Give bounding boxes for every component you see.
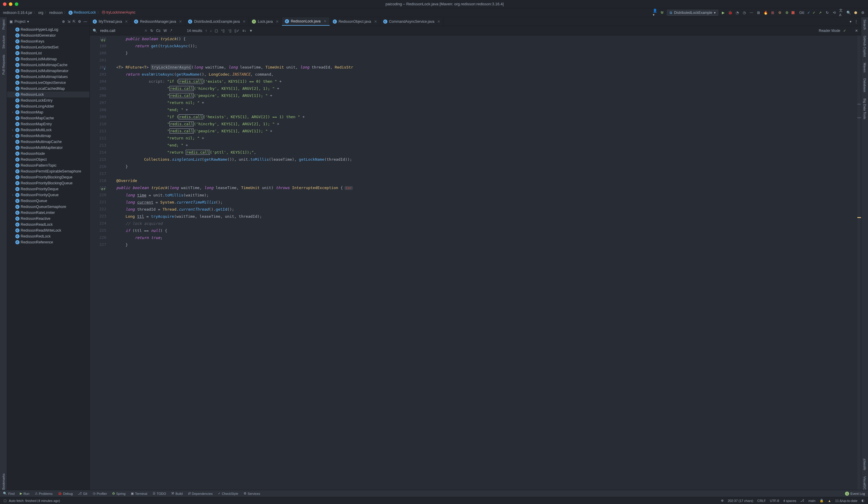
inlay-hint[interactable]: Cor <box>344 186 353 190</box>
editor-tab[interactable]: CCommandAsyncService.java✕ <box>380 17 443 26</box>
tool-profiler[interactable]: ◷Profiler <box>93 492 107 495</box>
close-tab-icon[interactable]: ✕ <box>374 20 377 24</box>
regex-toggle-icon[interactable]: .* <box>170 29 172 33</box>
project-tree[interactable]: CRedissonHyperLogLogCRedissonIdGenerator… <box>7 26 90 490</box>
line-number[interactable]: 226 <box>92 234 106 241</box>
line-number[interactable]: 217 <box>92 170 106 177</box>
tree-item[interactable]: CRedissonMultiMapIterator <box>7 145 90 151</box>
clear-search-icon[interactable]: ✕ <box>144 29 147 33</box>
close-window-button[interactable] <box>3 2 7 6</box>
add-selection-icon[interactable]: ⁺▯ <box>221 29 225 33</box>
line-number[interactable]: 224 <box>92 220 106 227</box>
reader-mode-icon[interactable]: ✓ <box>843 29 846 33</box>
tree-item[interactable]: CRedissonMultimapCache <box>7 139 90 145</box>
rail-copilot[interactable]: GitHub Copilot <box>863 36 867 57</box>
line-number[interactable]: 207 <box>92 99 106 107</box>
tree-item[interactable]: CRedissonPriorityBlockingQueue <box>7 180 90 186</box>
rail-structure[interactable]: Structure <box>2 36 5 49</box>
expand-icon[interactable]: ⇲ <box>67 20 70 24</box>
search-icon[interactable]: 🔍 <box>846 10 851 15</box>
rail-project[interactable]: Project <box>2 20 5 30</box>
find-input[interactable] <box>100 28 142 33</box>
select-all-icon[interactable]: ▢ <box>215 29 218 33</box>
commit-icon[interactable]: ✓ <box>813 11 815 15</box>
breadcrumb-item[interactable]: C RedissonLock <box>69 10 96 15</box>
line-number[interactable]: 209 <box>92 113 106 121</box>
status-icon[interactable]: ▢ <box>3 499 7 503</box>
settings-icon[interactable]: ⚙ <box>78 20 81 24</box>
minimize-window-button[interactable] <box>9 2 12 6</box>
breadcrumb-item[interactable]: ⓜ tryLockInnerAsync <box>102 10 135 15</box>
debug-button[interactable]: 🐞 <box>728 10 733 15</box>
locate-icon[interactable]: ⊕ <box>62 20 65 24</box>
editor-tab[interactable]: CMyThread.java✕ <box>90 17 131 26</box>
line-number[interactable]: 203 <box>92 71 106 78</box>
filter-icon[interactable]: ▼ <box>249 29 253 33</box>
rail-bookmarks[interactable]: Bookmarks <box>2 474 5 490</box>
editor-gutter[interactable]: 198o↓199200201202↓2032042052062072082092… <box>90 36 113 490</box>
line-number[interactable]: 225 <box>92 227 106 234</box>
line-number[interactable]: 212 <box>92 135 106 142</box>
tree-item[interactable]: CRedissonLiveObjectService <box>7 80 90 86</box>
tool-problems[interactable]: ⚠Problems <box>35 492 53 495</box>
line-number[interactable]: 201 <box>92 57 106 64</box>
hammer-icon[interactable]: ⚒ <box>660 10 664 15</box>
tree-item[interactable]: CRedissonLockEntry <box>7 98 90 103</box>
tree-item[interactable]: CRedissonMapEntry <box>7 121 90 127</box>
override-marker[interactable]: o↑ <box>101 185 106 190</box>
tool-services[interactable]: ⚙Services <box>244 492 260 495</box>
more-actions-icon[interactable]: ⋯ <box>749 10 754 15</box>
editor-content[interactable]: public boolean tryLock() { return get(tr… <box>113 36 861 490</box>
tree-item[interactable]: ›CRedissonMap <box>7 109 90 115</box>
next-match-icon[interactable]: ↓ <box>210 29 212 33</box>
tree-item[interactable]: CRedissonKeys <box>7 38 90 44</box>
grid-icon[interactable]: ⊞ <box>770 10 775 15</box>
rail-jclasslib[interactable]: jclasslib <box>863 459 867 470</box>
close-tab-icon[interactable]: ✕ <box>125 20 128 24</box>
line-number[interactable]: 220 <box>92 191 106 199</box>
update-project-icon[interactable]: ✓ <box>807 11 810 15</box>
regex-toggle[interactable]: ↻ <box>150 29 153 33</box>
tree-item[interactable]: CRedissonNode <box>7 151 90 157</box>
tool-checkstyle[interactable]: ✓CheckStyle <box>218 492 238 495</box>
git-branch[interactable]: main <box>808 499 815 503</box>
tool-terminal[interactable]: ▣Terminal <box>131 492 147 495</box>
tree-item[interactable]: CRedissonReadWriteLock <box>7 228 90 233</box>
words-toggle[interactable]: W <box>164 29 167 33</box>
close-tab-icon[interactable]: ✕ <box>243 20 246 24</box>
translate-icon[interactable]: 文A <box>839 10 844 15</box>
override-marker[interactable]: ↓ <box>101 65 106 70</box>
editor-tab[interactable]: CRedissonLock.java✕ <box>282 17 330 26</box>
tool-debug[interactable]: 🐞Debug <box>58 492 73 495</box>
line-number[interactable]: 210 <box>92 121 106 128</box>
pending-updates[interactable]: 11 Δ/up-to-date <box>835 499 857 503</box>
cursor-position[interactable]: 202:37 (17 chars) <box>728 499 753 503</box>
tree-item[interactable]: CRedissonListMultimap <box>7 56 90 62</box>
push-icon[interactable]: ↗ <box>818 10 823 15</box>
tree-item[interactable]: CRedissonListMultimapIterator <box>7 68 90 74</box>
rail-visualgc[interactable]: VisualGC <box>863 476 867 490</box>
tool-find[interactable]: 🔍Find <box>3 492 14 495</box>
filter-list-icon[interactable]: ≡↓ <box>242 29 246 33</box>
tree-item[interactable]: CRedissonReference <box>7 239 90 245</box>
tree-item[interactable]: ›CRedissonPriorityQueue <box>7 192 90 198</box>
settings-icon[interactable]: ⚙ <box>860 10 865 15</box>
hide-icon[interactable]: — <box>84 20 87 24</box>
dropdown-icon[interactable]: ▾ <box>850 20 851 24</box>
line-number[interactable]: 202↓ <box>92 64 106 71</box>
tool-icon[interactable]: ⚙ <box>777 10 782 15</box>
breadcrumb-item[interactable]: org <box>38 11 43 15</box>
breadcrumb-item[interactable]: redisson <box>49 11 63 15</box>
tree-item[interactable]: CRedissonPriorityDeque <box>7 186 90 192</box>
line-number[interactable]: 206 <box>92 92 106 99</box>
rail-search[interactable]: Search <box>863 20 867 30</box>
tool-spring[interactable]: ✿Spring <box>112 492 125 495</box>
editor-tab[interactable]: CRedissonObject.java✕ <box>330 17 380 26</box>
run-button[interactable]: ▶ <box>721 10 725 15</box>
tree-item[interactable]: ›CRedissonMultiLock <box>7 127 90 133</box>
ide-settings-icon[interactable]: ⬢ <box>853 10 858 15</box>
file-encoding[interactable]: UTF-8 <box>770 499 779 503</box>
copilot-icon[interactable]: ⊕ <box>721 499 724 503</box>
rail-maven[interactable]: Maven <box>863 63 867 72</box>
run-config-selector[interactable]: ⧉ DistributedLockExample ▾ <box>667 10 718 16</box>
